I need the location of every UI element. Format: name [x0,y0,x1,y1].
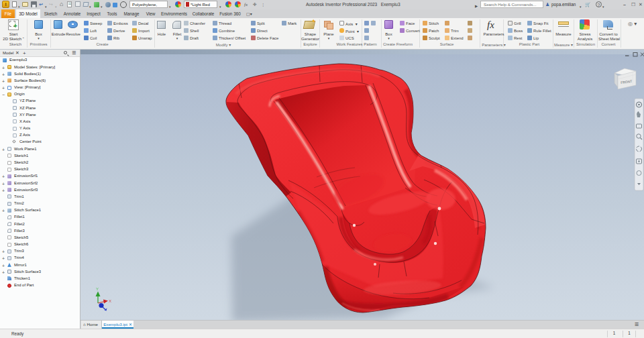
svg-text:Y: Y [96,287,99,291]
svg-text:X: X [109,299,111,303]
